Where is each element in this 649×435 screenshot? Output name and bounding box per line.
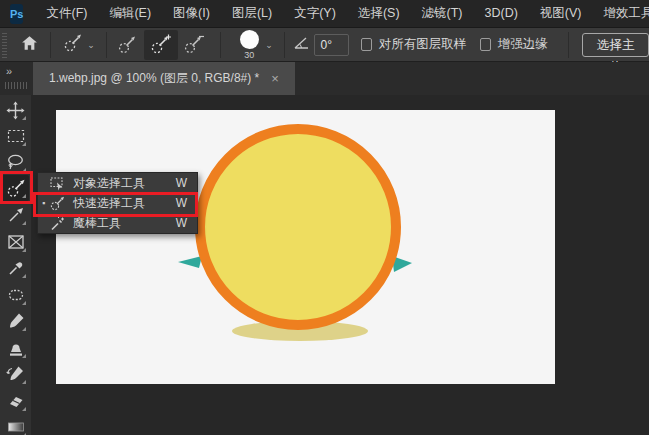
- menu-item-label: 对象选择工具: [73, 175, 145, 192]
- frame-tool[interactable]: [2, 229, 29, 255]
- eyedropper-icon: [7, 259, 25, 277]
- home-button[interactable]: [15, 30, 44, 60]
- sample-all-layers-checkbox[interactable]: [361, 38, 371, 51]
- menu-plugins[interactable]: 增效工具: [593, 0, 649, 27]
- tab-close-icon[interactable]: ×: [271, 71, 279, 86]
- tools-panel: [0, 95, 31, 435]
- subtract-from-selection-mode-button[interactable]: [178, 30, 210, 60]
- select-subject-button[interactable]: 选择主体: [582, 33, 649, 57]
- add-to-selection-mode-button[interactable]: [144, 30, 178, 60]
- photoshop-logo: Ps: [10, 4, 23, 24]
- tab-bar: » 1.webp.jpg @ 100% (图层 0, RGB/8#) * ×: [0, 62, 649, 95]
- tool-preset-picker[interactable]: ⌄: [57, 30, 100, 60]
- enhance-edge-checkbox[interactable]: [480, 38, 490, 51]
- clone-stamp-icon: [7, 340, 25, 357]
- move-tool[interactable]: [2, 97, 29, 123]
- red-highlight-toolbar-quick-selection: [0, 171, 33, 204]
- spot-healing-brush-tool[interactable]: [2, 282, 29, 308]
- spot-healing-icon: [7, 287, 25, 303]
- enhance-edge-label: 增强边缘: [498, 36, 548, 53]
- brush-size-value: 30: [244, 50, 254, 60]
- frame-icon: [7, 234, 25, 250]
- menu-item-shortcut: W: [176, 176, 187, 190]
- new-selection-mode-button[interactable]: [112, 30, 144, 60]
- menu-view[interactable]: 视图(V): [529, 0, 593, 27]
- object-selection-icon: [50, 176, 65, 191]
- marquee-icon: [7, 128, 25, 144]
- menu-select[interactable]: 选择(S): [347, 0, 411, 27]
- history-brush-tool[interactable]: [2, 361, 29, 387]
- separator: [50, 32, 51, 58]
- eyedropper-tool[interactable]: [2, 255, 29, 281]
- menu-file[interactable]: 文件(F): [35, 0, 98, 27]
- history-brush-icon: [6, 365, 25, 383]
- brush-new-selection-icon: [117, 35, 139, 55]
- photoshop-window: Ps 文件(F) 编辑(E) 图像(I) 图层(L) 文字(Y) 选择(S) 滤…: [0, 0, 649, 435]
- separator: [220, 32, 221, 58]
- crop-tool[interactable]: [2, 202, 29, 228]
- angle-icon: [293, 35, 310, 54]
- chevron-down-icon: ⌄: [265, 40, 273, 50]
- sample-all-layers-label: 对所有图层取样: [379, 36, 467, 53]
- menu-image[interactable]: 图像(I): [162, 0, 221, 27]
- gradient-icon: [7, 420, 25, 434]
- menu-item-object-selection-tool[interactable]: 对象选择工具 W: [38, 173, 197, 193]
- separator: [106, 32, 107, 58]
- quick-selection-brush-icon: [62, 33, 84, 57]
- brush-size-picker[interactable]: 30 ⌄: [227, 30, 278, 60]
- move-icon: [6, 101, 25, 120]
- eraser-tool[interactable]: [2, 388, 29, 414]
- menu-type[interactable]: 文字(Y): [283, 0, 347, 27]
- menu-edit[interactable]: 编辑(E): [98, 0, 162, 27]
- menu-items: 文件(F) 编辑(E) 图像(I) 图层(L) 文字(Y) 选择(S) 滤镜(T…: [35, 0, 649, 27]
- menu-item-shortcut: W: [176, 216, 187, 230]
- fruit-leaf-left: [178, 256, 202, 268]
- menu-layer[interactable]: 图层(L): [221, 0, 283, 27]
- document-tab-title: 1.webp.jpg @ 100% (图层 0, RGB/8#) *: [49, 70, 259, 87]
- brush-tip-icon: [240, 30, 259, 49]
- home-icon: [20, 34, 39, 56]
- menu-item-label: 魔棒工具: [73, 215, 121, 232]
- fruit-illustration: [56, 110, 555, 384]
- brush-angle-input[interactable]: 0°: [314, 34, 350, 56]
- fruit-body: [200, 129, 396, 325]
- options-bar-grip[interactable]: [2, 32, 7, 58]
- gradient-tool[interactable]: [2, 414, 29, 435]
- toolbar-collapse-icon[interactable]: »: [6, 65, 11, 77]
- chevron-down-icon: ⌄: [87, 40, 95, 50]
- document-tab[interactable]: 1.webp.jpg @ 100% (图层 0, RGB/8#) * ×: [33, 62, 295, 95]
- toolbar-grip[interactable]: [5, 82, 28, 89]
- brush-tool[interactable]: [2, 308, 29, 334]
- brush-subtract-selection-icon: [183, 35, 205, 55]
- magic-wand-icon: [50, 216, 65, 231]
- menu-bar: Ps 文件(F) 编辑(E) 图像(I) 图层(L) 文字(Y) 选择(S) 滤…: [0, 0, 649, 28]
- options-bar: ⌄: [0, 28, 649, 62]
- separator: [284, 32, 285, 58]
- red-highlight-menu-quick-selection: [33, 192, 198, 217]
- eraser-icon: [7, 393, 25, 409]
- menu-3d[interactable]: 3D(D): [474, 0, 529, 27]
- lasso-icon: [6, 153, 25, 171]
- brush-add-selection-icon: [149, 34, 173, 56]
- photoshop-logo-text: Ps: [10, 8, 23, 20]
- crop-icon: [7, 206, 25, 224]
- rectangular-marquee-tool[interactable]: [2, 123, 29, 149]
- document-canvas[interactable]: [56, 110, 555, 384]
- brush-icon: [7, 312, 25, 330]
- separator: [568, 32, 569, 58]
- brush-preview: 30: [236, 30, 262, 60]
- clone-stamp-tool[interactable]: [2, 335, 29, 361]
- menu-filter[interactable]: 滤镜(T): [411, 0, 474, 27]
